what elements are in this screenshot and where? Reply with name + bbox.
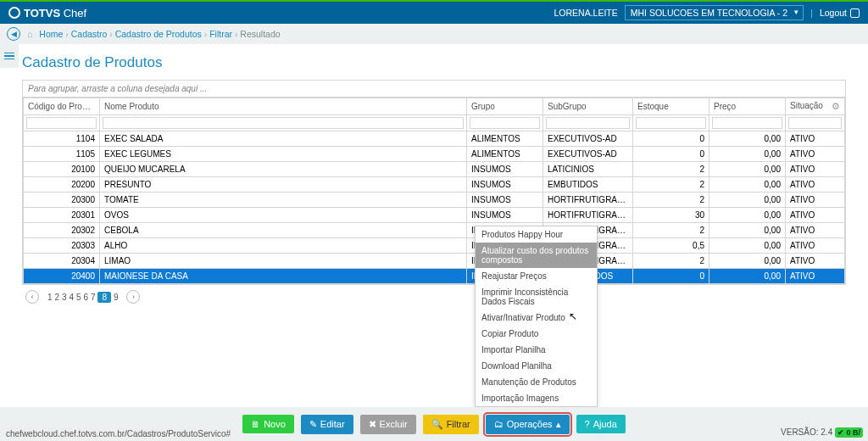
operations-menu-item[interactable]: Reajustar Preços	[476, 268, 597, 284]
pager-page[interactable]: 2	[54, 293, 59, 302]
operations-menu-item[interactable]: Imprimir Inconsistência Dados Fiscais	[476, 284, 597, 310]
table-row[interactable]: 1105EXEC LEGUMESALIMENTOSEXECUTIVOS-AD00…	[24, 147, 845, 162]
operations-menu-item[interactable]: Copiar Produto	[476, 326, 597, 342]
pager-page[interactable]: 3	[62, 293, 67, 302]
column-filter-input[interactable]	[26, 117, 97, 129]
column-filter-input[interactable]	[546, 117, 630, 129]
pager-page[interactable]: 5	[76, 293, 81, 302]
table-row[interactable]: 20301OVOSINSUMOSHORTIFRUTIGRANJEIROS300,…	[24, 208, 845, 223]
delete-button[interactable]: ✖Excluir	[360, 415, 416, 434]
breadcrumb-current: Resultado	[240, 29, 280, 39]
trash-icon: ✖	[369, 419, 376, 430]
operations-menu-item[interactable]: Ativar/Inativar Produto	[476, 310, 597, 326]
caret-up-icon: ▴	[556, 419, 561, 430]
operations-menu-item[interactable]: Download Planilha	[476, 358, 597, 374]
pager-page[interactable]: 7	[91, 293, 96, 302]
column-header[interactable]: SubGrupo	[543, 98, 633, 115]
column-filter-input[interactable]	[788, 117, 842, 129]
column-filter-input[interactable]	[103, 117, 464, 129]
operations-menu: Produtos Happy HourAtualizar custo dos p…	[475, 226, 598, 407]
back-button[interactable]: ◀	[7, 27, 20, 41]
operations-menu-item[interactable]: Importação Imagens	[476, 390, 597, 406]
table-row[interactable]: 20304LIMAOINSUMOSHORTIFRUTIGRANJEIROS20,…	[24, 254, 845, 269]
logout-link[interactable]: Logout	[820, 8, 860, 18]
help-button[interactable]: ?Ajuda	[576, 415, 626, 433]
status-url: chefwebcloud.chef.totvs.com.br/Cadastros…	[3, 428, 233, 439]
pencil-icon: ✎	[309, 419, 317, 430]
gear-icon[interactable]: ⚙	[832, 101, 840, 112]
list-icon: 🗂	[494, 419, 504, 429]
hamburger-icon	[4, 53, 14, 60]
pager-next[interactable]: ›	[126, 290, 140, 304]
operations-button[interactable]: 🗂Operações ▴	[486, 415, 570, 434]
breadcrumb-bar: ◀ ⌂ Home › Cadastro › Cadastro de Produt…	[0, 24, 868, 44]
products-grid: Para agrupar, arraste a coluna desejada …	[22, 80, 846, 285]
pager-page[interactable]: 1	[47, 293, 53, 302]
operations-menu-item[interactable]: Manutenção de Produtos	[476, 374, 597, 390]
brand-logo: TOTVS Chef	[8, 7, 86, 20]
logout-icon	[850, 8, 860, 18]
pager-page[interactable]: 9	[114, 293, 119, 302]
new-button[interactable]: 🗎Novo	[242, 415, 294, 433]
topbar: TOTVS Chef LORENA.LEITE MHI SOLUCOES EM …	[0, 2, 868, 24]
page-title: Cadastro de Produtos	[22, 54, 846, 71]
filter-button[interactable]: 🔍Filtrar	[423, 415, 479, 434]
user-name: LORENA.LEITE	[554, 8, 618, 18]
column-header[interactable]: Situação⚙	[786, 98, 845, 115]
filter-icon: 🔍	[431, 419, 443, 430]
column-header[interactable]: Nome Produto	[100, 98, 467, 115]
pager-page[interactable]: 4	[69, 293, 74, 302]
breadcrumb-link[interactable]: Cadastro	[71, 29, 108, 39]
table-row[interactable]: 20302CEBOLAINSUMOSHORTIFRUTIGRANJEIROS20…	[24, 223, 845, 238]
table-row[interactable]: 20400MAIONESE DA CASAINSUMOSPROCESSADOS0…	[24, 269, 845, 284]
breadcrumb-link[interactable]: Home	[39, 29, 63, 39]
table-row[interactable]: 20303ALHOINSUMOSHORTIFRUTIGRANJEIROS0,50…	[24, 238, 845, 254]
column-filter-input[interactable]	[470, 117, 540, 129]
table-row[interactable]: 20300TOMATEINSUMOSHORTIFRUTIGRANJEIROS20…	[24, 193, 845, 208]
sidebar-toggle[interactable]	[0, 44, 19, 68]
version-label: VERSÃO: 2.4 ✔ 0 B/	[781, 427, 863, 437]
breadcrumb-link[interactable]: Filtrar	[209, 29, 232, 39]
column-header[interactable]: Grupo	[467, 98, 543, 115]
brand-icon	[8, 7, 20, 19]
pager-page[interactable]: 6	[83, 293, 88, 302]
operations-menu-item[interactable]: Produtos Happy Hour	[476, 226, 597, 243]
pager-prev[interactable]: ‹	[25, 290, 39, 304]
column-filter-input[interactable]	[636, 117, 706, 129]
pager-page[interactable]: 8	[97, 292, 111, 303]
table-row[interactable]: 20200PRESUNTOINSUMOSEMBUTIDOS20,00ATIVO	[24, 177, 845, 193]
pager: ‹ 1 2 3 4 5 6 7 8 9 ›	[22, 285, 846, 309]
plus-icon: 🗎	[251, 419, 260, 429]
operations-menu-item[interactable]: Atualizar custo dos produtos compostos	[476, 243, 597, 268]
breadcrumb-link[interactable]: Cadastro de Produtos	[115, 29, 202, 39]
group-hint[interactable]: Para agrupar, arraste a coluna desejada …	[23, 81, 845, 98]
edit-button[interactable]: ✎Editar	[301, 415, 353, 434]
tenant-selector[interactable]: MHI SOLUCOES EM TECNOLOGIA - 2	[625, 5, 804, 20]
table-row[interactable]: 20100QUEIJO MUCARELAINSUMOSLATICINIOS20,…	[24, 162, 845, 177]
column-filter-input[interactable]	[712, 117, 782, 129]
table-row[interactable]: 1104EXEC SALADAALIMENTOSEXECUTIVOS-AD00,…	[24, 131, 845, 147]
help-icon: ?	[585, 419, 590, 429]
column-header[interactable]: Estoque	[633, 98, 709, 115]
home-icon: ⌂	[27, 29, 32, 39]
column-header[interactable]: Preço	[709, 98, 786, 115]
column-header[interactable]: Código do Produto	[24, 98, 100, 115]
operations-menu-item[interactable]: Importar Planilha	[476, 342, 597, 358]
